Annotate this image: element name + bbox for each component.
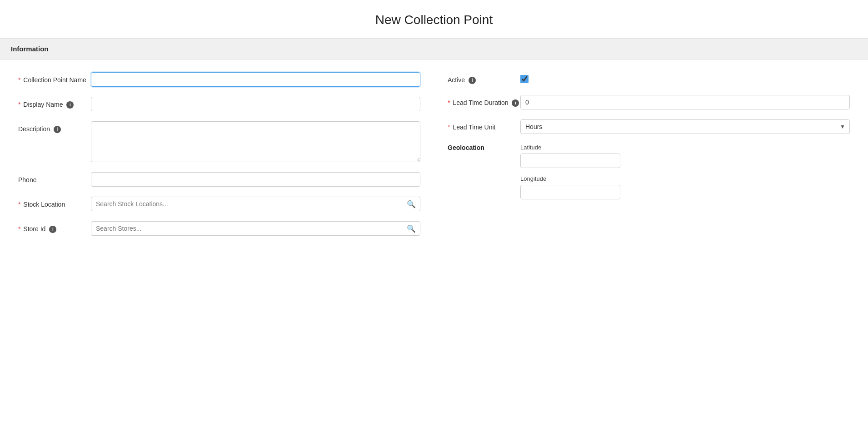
display-name-input[interactable] <box>91 97 420 111</box>
latitude-label: Latitude <box>520 144 850 151</box>
lead-time-unit-label: * Lead Time Unit <box>448 119 520 132</box>
lead-time-unit-select[interactable]: Hours Minutes Days Weeks <box>520 119 850 134</box>
active-checkbox-wrapper <box>520 72 529 83</box>
right-column: Active i * Lead Time Duration i <box>448 72 850 246</box>
lead-time-unit-group: * Lead Time Unit Hours Minutes Days Week… <box>448 119 850 134</box>
longitude-field-group: Longitude <box>520 175 850 199</box>
page-header: New Collection Point <box>0 0 868 39</box>
lead-time-duration-label: * Lead Time Duration i <box>448 95 520 108</box>
form-body: * Collection Point Name * Display Name i… <box>0 59 868 258</box>
store-id-input[interactable] <box>91 221 420 236</box>
lead-time-duration-info-icon: i <box>512 99 519 107</box>
collection-point-name-input[interactable] <box>91 72 420 87</box>
phone-label: Phone <box>18 172 91 185</box>
display-name-info-icon: i <box>66 101 74 109</box>
latitude-input[interactable] <box>520 154 620 168</box>
collection-point-name-label: * Collection Point Name <box>18 72 91 85</box>
collection-point-name-group: * Collection Point Name <box>18 72 420 87</box>
store-id-info-icon: i <box>49 226 56 233</box>
section-header: Information <box>0 39 868 59</box>
description-textarea[interactable] <box>91 121 420 162</box>
left-column: * Collection Point Name * Display Name i… <box>18 72 420 246</box>
required-star: * <box>18 76 20 84</box>
active-label: Active i <box>448 72 520 85</box>
phone-group: Phone <box>18 172 420 187</box>
longitude-label: Longitude <box>520 175 850 182</box>
required-star: * <box>18 225 20 233</box>
description-group: Description i <box>18 121 420 162</box>
stock-location-search-wrapper: 🔍 <box>91 197 420 211</box>
geolocation-label: Geolocation <box>448 144 520 151</box>
information-section: Information * Collection Point Name * Di… <box>0 39 868 258</box>
store-id-group: * Store Id i 🔍 <box>18 221 420 236</box>
lead-time-duration-group: * Lead Time Duration i <box>448 95 850 109</box>
description-info-icon: i <box>54 126 61 133</box>
phone-input[interactable] <box>91 172 420 187</box>
stock-location-input[interactable] <box>91 197 420 211</box>
lead-time-duration-input[interactable] <box>520 95 850 109</box>
display-name-group: * Display Name i <box>18 97 420 111</box>
required-star: * <box>18 201 20 208</box>
stock-location-group: * Stock Location 🔍 <box>18 197 420 211</box>
geolocation-group: Geolocation Latitude Longitude <box>448 144 850 207</box>
geolocation-fields: Latitude Longitude <box>520 144 850 207</box>
display-name-label: * Display Name i <box>18 97 91 109</box>
lead-time-unit-select-wrapper: Hours Minutes Days Weeks ▼ <box>520 119 850 134</box>
store-id-label: * Store Id i <box>18 221 91 234</box>
active-checkbox[interactable] <box>520 75 529 83</box>
description-label: Description i <box>18 121 91 134</box>
required-star: * <box>448 99 450 106</box>
required-star: * <box>448 124 450 131</box>
page-title: New Collection Point <box>0 13 868 27</box>
active-info-icon: i <box>469 77 476 84</box>
required-star: * <box>18 101 20 108</box>
store-id-search-wrapper: 🔍 <box>91 221 420 236</box>
longitude-input[interactable] <box>520 185 620 199</box>
stock-location-label: * Stock Location <box>18 197 91 209</box>
latitude-field-group: Latitude <box>520 144 850 168</box>
active-group: Active i <box>448 72 850 85</box>
